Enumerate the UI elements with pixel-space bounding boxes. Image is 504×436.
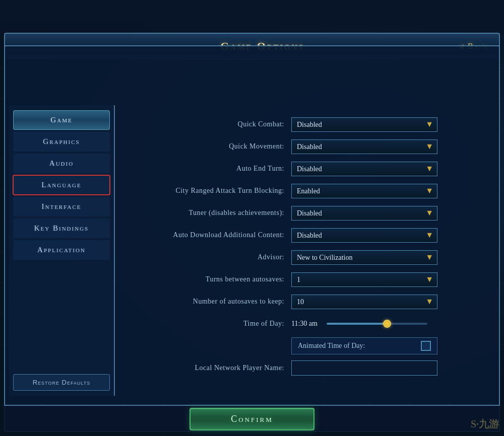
network-name-control [291, 360, 480, 376]
restore-defaults-button[interactable]: Restore Defaults [13, 374, 110, 391]
auto-end-turn-dropdown[interactable]: Disabled Enabled [291, 162, 437, 176]
tuner-label: Tuner (disables achievements): [130, 209, 291, 217]
auto-end-turn-row: Auto End Turn: Disabled Enabled ▼ [130, 160, 480, 178]
top-ornament [0, 0, 504, 34]
auto-end-turn-control: Disabled Enabled ▼ [291, 162, 480, 176]
num-autosaves-dropdown[interactable]: 5 10 15 20 25 [291, 295, 437, 309]
tuner-control: Disabled Enabled ▼ [291, 206, 480, 221]
auto-download-control: Disabled Enabled ▼ [291, 228, 480, 243]
advisor-label: Advisor: [130, 253, 291, 261]
auto-download-dropdown-wrapper: Disabled Enabled ▼ [291, 228, 437, 243]
advisor-dropdown-wrapper: New to Civilization Experienced Player D… [291, 250, 437, 265]
advisor-row: Advisor: New to Civilization Experienced… [130, 248, 480, 266]
city-ranged-attack-dropdown[interactable]: Disabled Enabled [291, 184, 437, 198]
quick-movement-dropdown[interactable]: Disabled Enabled [291, 139, 437, 154]
quick-movement-control: Disabled Enabled ▼ [291, 139, 480, 154]
turns-autosaves-dropdown-wrapper: 1 2 5 10 25 ▼ [291, 272, 437, 287]
watermark: S·九游 [471, 417, 499, 431]
settings-content: Quick Combat: Disabled Enabled ▼ Quick M… [115, 105, 495, 396]
sidebar-item-key-bindings[interactable]: Key Bindings [13, 219, 110, 238]
quick-combat-dropdown-wrapper: Disabled Enabled ▼ [291, 117, 437, 132]
city-ranged-attack-control: Disabled Enabled ▼ [291, 184, 480, 198]
sidebar-item-language[interactable]: Language [13, 175, 110, 195]
num-autosaves-dropdown-wrapper: 5 10 15 20 25 ▼ [291, 295, 437, 309]
sidebar-item-audio[interactable]: Audio [13, 154, 110, 173]
quick-movement-label: Quick Movement: [130, 142, 291, 151]
animated-time-checkbox-row: Animated Time of Day: [291, 337, 437, 354]
time-of-day-value: 11:30 am [291, 320, 322, 328]
num-autosaves-control: 5 10 15 20 25 ▼ [291, 295, 480, 309]
network-name-input[interactable] [291, 360, 437, 376]
time-of-day-label: Time of Day: [130, 320, 291, 328]
turns-autosaves-label: Turns between autosaves: [130, 275, 291, 283]
turns-autosaves-row: Turns between autosaves: 1 2 5 10 25 ▼ [130, 270, 480, 288]
city-ranged-attack-dropdown-wrapper: Disabled Enabled ▼ [291, 184, 437, 198]
auto-download-row: Auto Download Additional Content: Disabl… [130, 226, 480, 244]
main-panel: Game Graphics Audio Language Interface K… [4, 45, 500, 432]
auto-download-label: Auto Download Additional Content: [130, 231, 291, 239]
time-of-day-control: 11:30 am [291, 320, 480, 328]
num-autosaves-label: Number of autosaves to keep: [130, 298, 291, 306]
sidebar-item-game[interactable]: Game [13, 110, 110, 130]
auto-end-turn-label: Auto End Turn: [130, 165, 291, 173]
auto-end-turn-dropdown-wrapper: Disabled Enabled ▼ [291, 162, 437, 176]
quick-combat-control: Disabled Enabled ▼ [291, 117, 480, 132]
sidebar: Game Graphics Audio Language Interface K… [9, 105, 115, 396]
confirm-bar: Confirm [4, 405, 500, 432]
sidebar-item-graphics[interactable]: Graphics [13, 132, 110, 152]
network-name-label: Local Network Player Name: [130, 364, 291, 372]
animated-time-row: Animated Time of Day: [130, 337, 480, 355]
tuner-row: Tuner (disables achievements): Disabled … [130, 204, 480, 222]
quick-movement-dropdown-wrapper: Disabled Enabled ▼ [291, 139, 437, 154]
quick-combat-row: Quick Combat: Disabled Enabled ▼ [130, 115, 480, 133]
turns-autosaves-dropdown[interactable]: 1 2 5 10 25 [291, 272, 437, 287]
advisor-control: New to Civilization Experienced Player D… [291, 250, 480, 265]
time-of-day-track[interactable] [327, 323, 427, 325]
city-ranged-attack-row: City Ranged Attack Turn Blocking: Disabl… [130, 182, 480, 200]
time-of-day-row: Time of Day: 11:30 am [130, 315, 480, 333]
tuner-dropdown[interactable]: Disabled Enabled [291, 206, 437, 221]
tuner-dropdown-wrapper: Disabled Enabled ▼ [291, 206, 437, 221]
time-of-day-thumb[interactable] [383, 320, 391, 328]
animated-time-control: Animated Time of Day: [291, 337, 480, 354]
quick-movement-row: Quick Movement: Disabled Enabled ▼ [130, 137, 480, 156]
time-of-day-slider-row: 11:30 am [291, 320, 480, 328]
sidebar-item-interface[interactable]: Interface [13, 197, 110, 216]
auto-download-dropdown[interactable]: Disabled Enabled [291, 228, 437, 243]
restore-defaults-container: Restore Defaults [13, 374, 110, 391]
turns-autosaves-control: 1 2 5 10 25 ▼ [291, 272, 480, 287]
num-autosaves-row: Number of autosaves to keep: 5 10 15 20 … [130, 293, 480, 311]
advisor-dropdown[interactable]: New to Civilization Experienced Player D… [291, 250, 437, 265]
confirm-button[interactable]: Confirm [190, 408, 314, 430]
network-name-row: Local Network Player Name: [130, 359, 480, 377]
animated-time-label: Animated Time of Day: [298, 342, 421, 350]
animated-time-checkbox[interactable] [421, 341, 431, 351]
sidebar-item-application[interactable]: Application [13, 240, 110, 260]
quick-combat-dropdown[interactable]: Disabled Enabled [291, 117, 437, 132]
city-ranged-attack-label: City Ranged Attack Turn Blocking: [130, 187, 291, 195]
quick-combat-label: Quick Combat: [130, 120, 291, 128]
